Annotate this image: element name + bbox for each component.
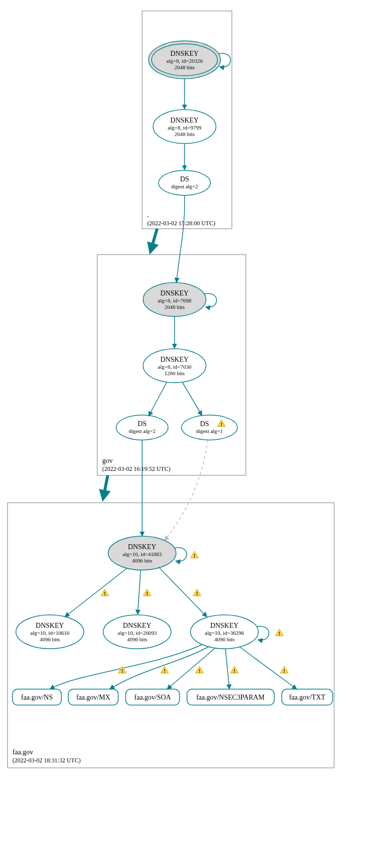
- svg-text:2048 bits: 2048 bits: [175, 131, 195, 137]
- zone-gov-time: (2022-03-02 16:19:52 UTC): [102, 465, 171, 472]
- zone-root-time: (2022-03-02 15:28:00 UTC): [147, 220, 215, 227]
- warning-icon: [193, 589, 201, 596]
- zone-faa-time: (2022-03-02 18:31:32 UTC): [12, 757, 81, 764]
- node-gov-ksk[interactable]: DNSKEY alg=8, id=7698 2048 bits: [143, 283, 206, 316]
- edge-faa-k3-self: [257, 626, 269, 640]
- svg-text:faa.gov/SOA: faa.gov/SOA: [134, 694, 171, 701]
- zone-faa-label: faa.gov: [12, 748, 33, 756]
- svg-text:DNSKEY: DNSKEY: [128, 543, 157, 551]
- svg-text:2048 bits: 2048 bits: [165, 304, 185, 310]
- svg-text:alg=10, id=20093: alg=10, id=20093: [118, 630, 157, 636]
- svg-text:DNSKEY: DNSKEY: [210, 622, 239, 629]
- node-faa-k3[interactable]: DNSKEY alg=10, id=36296 4096 bits: [191, 615, 258, 649]
- svg-text:DS: DS: [200, 420, 209, 428]
- svg-point-11: [159, 170, 210, 195]
- svg-point-26: [182, 415, 237, 440]
- node-faa-ksk[interactable]: DNSKEY alg=10, id=41883 4096 bits: [108, 536, 176, 570]
- edge-faa-ksk-k1: [65, 568, 127, 617]
- node-gov-zsk[interactable]: DNSKEY alg=8, id=7030 1280 bits: [143, 349, 206, 383]
- rrset-soa[interactable]: faa.gov/SOA: [126, 689, 180, 705]
- svg-text:DNSKEY: DNSKEY: [123, 622, 152, 629]
- edge-gov-zsk-ds1: [182, 382, 202, 416]
- svg-text:DS: DS: [180, 175, 189, 183]
- node-gov-ds2[interactable]: DS digest alg=2: [116, 415, 168, 440]
- edge-faa-ksk-self: [175, 548, 187, 562]
- rrset-nsec3param[interactable]: faa.gov/NSEC3PARAM: [187, 689, 274, 705]
- svg-text:alg=10, id=36296: alg=10, id=36296: [205, 630, 244, 636]
- warning-icon: [101, 589, 109, 596]
- zone-root-label: .: [147, 211, 149, 219]
- svg-text:alg=8, id=20326: alg=8, id=20326: [167, 58, 203, 64]
- warning-icon: [195, 666, 203, 674]
- warning-icon: [161, 666, 169, 674]
- node-faa-k2[interactable]: DNSKEY alg=10, id=20093 4096 bits: [103, 615, 171, 649]
- svg-text:4096 bits: 4096 bits: [127, 636, 148, 642]
- svg-text:DS: DS: [138, 420, 147, 428]
- svg-text:4096 bits: 4096 bits: [214, 636, 235, 642]
- node-root-zsk[interactable]: DNSKEY alg=8, id=9799 2048 bits: [153, 110, 216, 144]
- svg-text:digest alg=2: digest alg=2: [171, 183, 198, 189]
- svg-text:digest alg=2: digest alg=2: [129, 428, 156, 434]
- svg-point-23: [116, 415, 168, 440]
- node-root-ksk[interactable]: DNSKEY alg=8, id=20326 2048 bits: [149, 41, 220, 79]
- svg-text:faa.gov/NSEC3PARAM: faa.gov/NSEC3PARAM: [196, 694, 265, 701]
- svg-text:1280 bits: 1280 bits: [165, 370, 185, 376]
- svg-text:alg=10, id=41883: alg=10, id=41883: [123, 551, 162, 557]
- edge-k3-soa: [167, 648, 215, 689]
- node-root-ds[interactable]: DS digest alg=2: [159, 170, 210, 195]
- svg-text:faa.gov/TXT: faa.gov/TXT: [289, 694, 326, 701]
- node-faa-k1[interactable]: DNSKEY alg=10, id=10616 4096 bits: [16, 615, 84, 649]
- rrset-txt[interactable]: faa.gov/TXT: [282, 689, 333, 705]
- svg-text:DNSKEY: DNSKEY: [161, 289, 189, 297]
- svg-text:2048 bits: 2048 bits: [175, 64, 195, 70]
- svg-text:DNSKEY: DNSKEY: [171, 117, 199, 124]
- svg-text:faa.gov/NS: faa.gov/NS: [21, 694, 52, 701]
- warning-icon: [280, 666, 288, 674]
- node-gov-ds1[interactable]: DS digest alg=1: [182, 415, 237, 440]
- warning-icon: [191, 551, 198, 559]
- edge-root-ds-gov-ksk: [177, 195, 185, 283]
- edge-k3-ns: [50, 645, 202, 689]
- svg-text:DNSKEY: DNSKEY: [36, 622, 64, 629]
- svg-text:DNSKEY: DNSKEY: [171, 50, 199, 57]
- zone-gov-label: gov: [102, 457, 113, 464]
- edge-faa-ksk-k2: [138, 570, 141, 614]
- svg-text:faa.gov/MX: faa.gov/MX: [76, 694, 110, 701]
- svg-text:alg=8, id=7698: alg=8, id=7698: [158, 297, 192, 303]
- svg-text:DNSKEY: DNSKEY: [161, 356, 189, 363]
- rrset-ns[interactable]: faa.gov/NS: [12, 689, 61, 705]
- delegation-root-gov: [151, 229, 157, 251]
- svg-text:alg=8, id=7030: alg=8, id=7030: [158, 364, 192, 370]
- edge-k3-n3p: [225, 649, 229, 689]
- svg-text:digest alg=1: digest alg=1: [196, 428, 223, 434]
- rrset-mx[interactable]: faa.gov/MX: [68, 689, 118, 705]
- svg-text:4096 bits: 4096 bits: [132, 558, 153, 564]
- edge-gov-ds1-faa-ksk: [165, 440, 208, 541]
- svg-text:alg=10, id=10616: alg=10, id=10616: [30, 630, 70, 636]
- warning-icon: [143, 589, 151, 596]
- warning-icon: [275, 629, 283, 636]
- edge-k3-txt: [239, 647, 297, 689]
- edge-gov-zsk-ds2: [149, 382, 167, 416]
- edge-faa-ksk-k3: [159, 567, 207, 617]
- delegation-gov-faa: [103, 475, 108, 498]
- warning-icon: [230, 666, 238, 674]
- svg-text:alg=8, id=9799: alg=8, id=9799: [168, 125, 201, 131]
- svg-text:4096 bits: 4096 bits: [40, 636, 60, 642]
